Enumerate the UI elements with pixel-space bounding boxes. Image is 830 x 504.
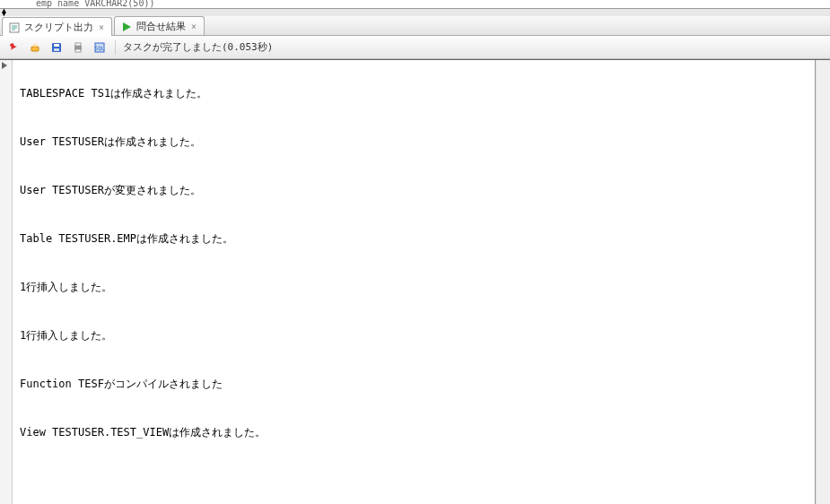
gutter — [0, 60, 13, 504]
svg-rect-12 — [75, 49, 81, 52]
code-fragment: emp_name VARCHAR2(50)) — [0, 0, 830, 9]
svg-rect-11 — [75, 43, 81, 46]
tab-bar: スクリプト出力 × 問合せ結果 × — [0, 16, 830, 36]
pin-button[interactable] — [5, 39, 22, 56]
collapse-icon[interactable] — [2, 62, 7, 69]
toolbar: SQL タスクが完了しました(0.053秒) — [0, 36, 830, 59]
clear-button[interactable] — [27, 39, 43, 56]
splitter-arrows-icon: ▲▼ — [2, 9, 6, 16]
save-button[interactable] — [48, 39, 65, 56]
close-icon[interactable]: × — [97, 22, 106, 32]
toolbar-divider — [115, 40, 116, 55]
tab-query-result[interactable]: 問合せ結果 × — [114, 16, 205, 35]
tab-script-output[interactable]: スクリプト出力 × — [2, 17, 112, 36]
scrollbar[interactable] — [816, 60, 830, 504]
svg-rect-6 — [33, 44, 37, 47]
script-icon — [8, 22, 21, 34]
play-icon — [120, 21, 133, 33]
sql-icon: SQL — [93, 41, 106, 54]
tab-label: 問合せ結果 — [136, 20, 186, 33]
close-icon[interactable]: × — [189, 22, 198, 31]
svg-text:SQL: SQL — [95, 45, 105, 51]
svg-rect-8 — [54, 44, 59, 47]
output-wrapper: TABLESPACE TS1は作成されました。 User TESTUSERは作成… — [0, 59, 830, 504]
floppy-icon — [50, 41, 63, 54]
sql-button[interactable]: SQL — [92, 39, 108, 56]
print-button[interactable] — [70, 39, 86, 56]
svg-rect-5 — [31, 47, 39, 51]
status-text: タスクが完了しました(0.053秒) — [123, 40, 273, 54]
printer-icon — [72, 41, 84, 54]
eraser-icon — [29, 41, 41, 54]
tab-label: スクリプト出力 — [24, 21, 93, 34]
svg-rect-9 — [54, 48, 59, 51]
splitter-bar[interactable]: ▲▼ — [0, 9, 830, 16]
output-text[interactable]: TABLESPACE TS1は作成されました。 User TESTUSERは作成… — [13, 60, 816, 504]
svg-marker-4 — [123, 22, 131, 31]
pin-icon — [7, 41, 20, 54]
